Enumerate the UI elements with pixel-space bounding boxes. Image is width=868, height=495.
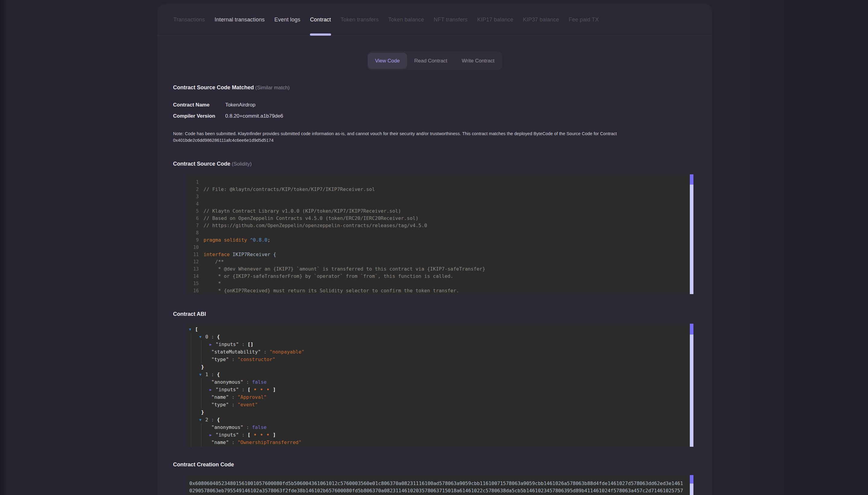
subtab-wrap: View CodeRead ContractWrite Contract — [157, 51, 712, 70]
indent-guide — [191, 408, 201, 416]
code-line: 16 * {onKIP7Received} must return its So… — [190, 287, 693, 294]
abi-row: ▶"inputs" : [ • • • ] — [191, 431, 693, 439]
line-number: 7 — [190, 222, 199, 229]
tab-token-transfers[interactable]: Token transfers — [341, 4, 379, 36]
code-line: 14 * or {IKIP7-safeTransferFrom} by `ope… — [190, 273, 693, 280]
code-line: 6// Based on OpenZeppelin Contracts v4.5… — [190, 215, 693, 222]
tab-contract[interactable]: Contract — [310, 4, 331, 36]
expander-right-icon[interactable]: ▶ — [210, 342, 216, 346]
tab-fee-paid-tx[interactable]: Fee paid TX — [569, 4, 599, 36]
abi-tree: ▼[▼0 : {▶"inputs" : []"stateMutability" … — [187, 324, 693, 447]
line-text: // https://github.com/OpenZeppelin/openz… — [203, 222, 427, 229]
code-line: 2// File: @klaytn/contracts/KIP/token/KI… — [190, 186, 693, 193]
subtab-write-contract[interactable]: Write Contract — [455, 53, 502, 69]
indent-guide — [191, 401, 201, 408]
expander-down-icon[interactable]: ▼ — [199, 335, 205, 339]
tab-kip37-balance[interactable]: KIP37 balance — [523, 4, 559, 36]
tab-transactions[interactable]: Transactions — [173, 4, 205, 36]
line-number: 5 — [190, 207, 199, 215]
abi-row: ▼[ — [191, 325, 693, 333]
creation-code-block[interactable]: 0x608060405234801561001057600080fd5b5060… — [187, 475, 693, 495]
hex-line: 0290578063eb795549146102a3578063f2fde38b… — [189, 487, 687, 494]
source-code-block[interactable]: 12// File: @klaytn/contracts/KIP/token/K… — [187, 174, 693, 294]
abi-row: } — [191, 363, 693, 371]
source-scrollbar[interactable] — [690, 174, 693, 294]
expander-down-icon[interactable]: ▼ — [199, 418, 205, 422]
abi-scrollbar[interactable] — [690, 324, 693, 447]
line-number: 16 — [190, 287, 199, 294]
abi-row-text: "type" : "constructor" — [211, 357, 275, 362]
expander-right-icon[interactable]: ▶ — [210, 388, 216, 392]
line-text: * {onKIP7Received} must return its Solid… — [203, 287, 459, 294]
abi-row-text: "name" : "Approval" — [211, 394, 267, 400]
code-line: 11interface IKIP7Receiver { — [190, 251, 693, 258]
abi-row-text: "anonymous" : false — [211, 379, 267, 385]
tab-nft-transfers[interactable]: NFT transfers — [434, 4, 467, 36]
abi-row-text: "inputs" : [ • • • ] — [216, 432, 276, 438]
contract-panel: TransactionsInternal transactionsEvent l… — [157, 4, 712, 495]
abi-row: ▶"inputs" : [] — [191, 341, 693, 348]
source-code-lines: 12// File: @klaytn/contracts/KIP/token/K… — [187, 174, 693, 294]
tab-kip17-balance[interactable]: KIP17 balance — [477, 4, 513, 36]
abi-row-text: 1 : { — [205, 372, 220, 377]
line-text: * — [203, 280, 221, 287]
hex-line: 0x608060405234801561001057600080fd5b5060… — [189, 480, 687, 487]
abi-row-text: "anonymous" : false — [211, 424, 267, 430]
contract-name-value: TokenAirdrop — [225, 102, 255, 108]
tab-internal-transactions[interactable]: Internal transactions — [215, 4, 265, 36]
line-number: 9 — [190, 237, 199, 244]
indent-guide — [191, 439, 201, 446]
expander-down-icon[interactable]: ▼ — [189, 327, 195, 331]
abi-row-text: "stateMutability" : "nonpayable" — [211, 349, 304, 355]
expander-right-icon[interactable]: ▶ — [210, 433, 216, 437]
source-code-title-text: Contract Source Code — [173, 161, 230, 167]
contract-name-label: Contract Name — [173, 102, 225, 108]
creation-scrollbar[interactable] — [690, 475, 693, 495]
expander-down-icon[interactable]: ▼ — [199, 373, 205, 377]
indent-guide — [191, 424, 201, 431]
abi-title: Contract ABI — [173, 311, 696, 317]
abi-row: ▶"inputs" : [ • • • ] — [191, 386, 693, 393]
line-text: interface IKIP7Receiver { — [203, 251, 276, 258]
tab-token-balance[interactable]: Token balance — [388, 4, 424, 36]
abi-row: "name" : "OwnershipTransferred" — [191, 439, 693, 446]
submission-note: Note: Code has been submitted. Klaytnfin… — [173, 130, 696, 143]
indent-guide — [201, 348, 211, 356]
abi-row: ▼0 : { — [191, 333, 693, 341]
abi-row-text: "type" : "event" — [211, 402, 258, 408]
line-text: * or {IKIP7-safeTransferFrom} by `operat… — [203, 273, 453, 280]
source-scrollbar-thumb[interactable] — [690, 174, 693, 185]
abi-row: "stateMutability" : "nonpayable" — [191, 348, 693, 356]
line-number: 10 — [190, 244, 199, 251]
code-line: 10 — [190, 244, 693, 251]
code-line: 1 — [190, 178, 693, 186]
abi-block[interactable]: ▼[▼0 : {▶"inputs" : []"stateMutability" … — [187, 324, 693, 447]
matched-badge: (Similar match) — [255, 85, 290, 90]
abi-row: "anonymous" : false — [191, 424, 693, 431]
code-line: 9pragma solidity ^0.8.0; — [190, 237, 693, 244]
line-text: /** — [203, 258, 224, 266]
indent-guide — [191, 393, 201, 401]
line-number: 14 — [190, 273, 199, 280]
creation-code-lines: 0x608060405234801561001057600080fd5b5060… — [187, 475, 693, 495]
creation-code-title-text: Contract Creation Code — [173, 462, 234, 467]
compiler-version-value: 0.8.20+commit.a1b79de6 — [225, 113, 283, 119]
source-code-language: (Solidity) — [232, 161, 251, 167]
indent-guide — [201, 401, 211, 408]
tab-event-logs[interactable]: Event logs — [274, 4, 300, 36]
line-text: // Based on OpenZeppelin Contracts v4.5.… — [203, 215, 419, 222]
creation-scrollbar-thumb[interactable] — [690, 475, 693, 483]
abi-row-text: [ — [195, 326, 198, 332]
indent-guide — [191, 356, 201, 363]
abi-row: "type" : "event" — [191, 446, 693, 447]
abi-title-text: Contract ABI — [173, 311, 206, 317]
indent-guide — [201, 446, 211, 447]
subtab-read-contract[interactable]: Read Contract — [407, 53, 455, 69]
abi-scrollbar-thumb[interactable] — [690, 324, 693, 335]
page-background: TransactionsInternal transactionsEvent l… — [0, 0, 868, 495]
code-line: 3 — [190, 193, 693, 200]
abi-row: "anonymous" : false — [191, 378, 693, 386]
abi-row: ▼2 : { — [191, 416, 693, 424]
subtab-view-code[interactable]: View Code — [368, 53, 407, 69]
line-text: * @dev Whenever an {IKIP7} `amount` is t… — [203, 266, 485, 273]
